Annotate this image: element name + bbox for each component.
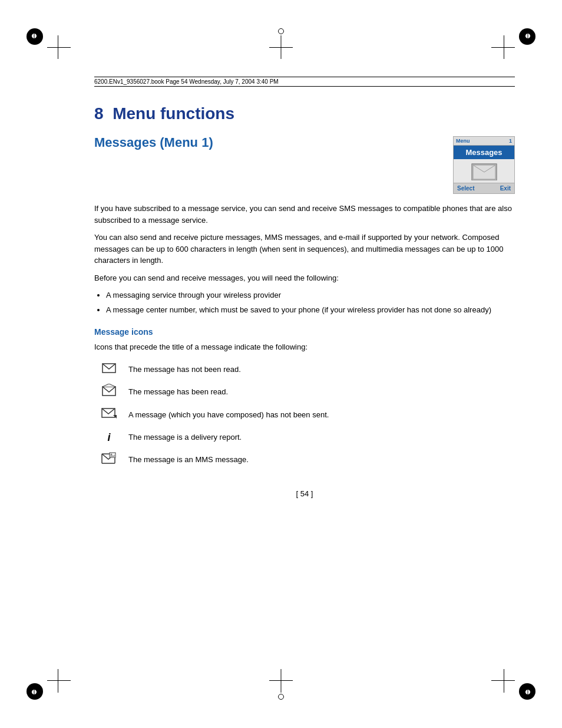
crop-line [504,669,504,693]
crop-line [47,680,71,681]
phone-ui-mockup: Menu 1 Messages Select Exit [453,136,515,194]
icon-description-mms: The message is an MMS message. [124,449,515,472]
phone-ui-exit-label: Exit [500,185,511,192]
chapter-heading: 8 Menu functions [94,104,515,123]
section-title: Messages (Menu 1) [94,135,441,150]
icon-cell-delivery: i [94,427,124,449]
icon-description-read: The message has been read. [124,380,515,403]
icon-description-unsent: A message (which you have composed) has … [124,403,515,426]
crop-line-top-center-v [281,35,282,59]
chapter-title: Menu functions [113,104,234,123]
body-paragraph-2: You can also send and receive picture me… [94,232,515,266]
phone-ui-envelope-icon [470,162,499,180]
phone-ui-buttons: Select Exit [454,183,514,193]
crosshair-tr [521,29,535,43]
file-info-text: 6200.ENv1_9356027.book Page 54 Wednesday… [94,78,279,85]
requirements-list: A messaging service through your wireles… [106,289,515,317]
chapter-number: 8 [94,104,104,123]
icon-table: The message has not been read. The messa… [94,358,515,472]
crop-circle-top-center [278,28,284,34]
crop-line [47,47,71,48]
crop-circle-bottom-center [278,694,284,700]
section-heading-text: Messages (Menu 1) [94,135,441,150]
crop-line [491,47,515,48]
phone-ui-menu-number: 1 [509,138,512,144]
page-content: 6200.ENv1_9356027.book Page 54 Wednesday… [94,77,515,669]
crop-line [58,35,58,59]
body-paragraph-3: Before you can send and receive messages… [94,272,515,284]
icon-description-unread: The message has not been read. [124,358,515,380]
mms-icon [101,452,117,465]
section-heading-container: Messages (Menu 1) Menu 1 Messages [94,135,515,194]
page-number: [ 54 ] [94,489,515,498]
icon-row-unread: The message has not been read. [94,358,515,380]
envelope-unsent-icon [101,407,117,420]
list-item: A message center number, which must be s… [106,304,515,317]
icon-cell-read [94,380,124,403]
icon-description-delivery: The message is a delivery report. [124,427,515,449]
crop-line-bottom-center-v [281,669,282,693]
icon-cell-unsent [94,403,124,426]
subsection-intro: Icons that precede the title of a messag… [94,341,515,353]
info-icon: i [107,431,110,443]
envelope-unread-icon [102,362,116,374]
phone-ui-header: Menu 1 [454,137,514,146]
crosshair-bl [27,685,41,699]
crosshair-tl [27,29,41,43]
crop-line [58,669,58,693]
icon-row-delivery: i The message is a delivery report. [94,427,515,449]
icon-cell-unread [94,358,124,380]
icon-row-unsent: A message (which you have composed) has … [94,403,515,426]
icon-row-read: The message has been read. [94,380,515,403]
icon-row-mms: The message is an MMS message. [94,449,515,472]
icon-cell-mms [94,449,124,472]
crop-line [491,680,515,681]
list-item: A messaging service through your wireles… [106,289,515,302]
phone-ui-content [454,159,514,183]
crop-line [504,35,504,59]
envelope-read-icon [102,384,116,397]
file-info: 6200.ENv1_9356027.book Page 54 Wednesday… [94,77,515,87]
phone-ui-menu-label: Menu [456,138,470,144]
body-paragraph-1: If you have subscribed to a message serv… [94,203,515,226]
phone-ui-title: Messages [454,146,514,159]
subsection-heading: Message icons [94,327,515,337]
crosshair-br [521,685,535,699]
phone-ui-select-label: Select [457,185,474,192]
